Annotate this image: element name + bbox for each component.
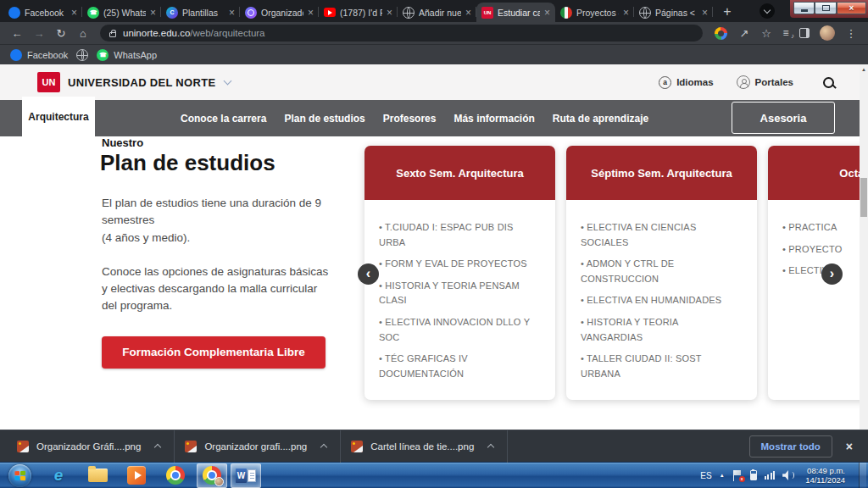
- side-panel-icon[interactable]: [799, 28, 810, 38]
- show-desktop-button[interactable]: [859, 463, 866, 488]
- minimize-button[interactable]: [793, 2, 815, 14]
- new-tab-button[interactable]: +: [720, 5, 735, 19]
- person-icon: [737, 75, 750, 89]
- browser-tab[interactable]: (25) WhatsA×: [82, 3, 161, 22]
- profile-avatar[interactable]: [820, 25, 835, 41]
- volume-icon[interactable]: [782, 470, 795, 480]
- semester-card: Octavo SPRACTICAPROYECTOELECTIVA: [768, 146, 868, 400]
- intro-line-2: (4 años y medio).: [102, 230, 334, 247]
- scrollbar-thumb[interactable]: [860, 178, 867, 217]
- extension-icon-reading[interactable]: ≡♪: [778, 27, 793, 39]
- browser-tab[interactable]: Organizado×: [240, 3, 319, 22]
- tab-close-icon[interactable]: ×: [623, 8, 629, 18]
- tab-close-icon[interactable]: ×: [308, 8, 314, 18]
- start-button[interactable]: [8, 464, 31, 487]
- reload-button[interactable]: ↻: [51, 28, 71, 39]
- taskbar-chrome[interactable]: [156, 463, 195, 488]
- download-item[interactable]: Organizador Gráfi....png: [7, 430, 174, 462]
- portales-link[interactable]: Portales: [737, 75, 793, 89]
- chevron-up-icon[interactable]: [320, 444, 327, 451]
- semester-card-header: Octavo S: [768, 146, 868, 200]
- taskbar-clock[interactable]: 08:49 p.m. 14/11/2024: [805, 466, 845, 485]
- chevron-up-icon[interactable]: [487, 444, 494, 451]
- nav-link[interactable]: Conoce la carrera: [181, 113, 266, 125]
- taskbar-media-player[interactable]: [117, 463, 156, 488]
- browser-tab[interactable]: Proyectos -×: [555, 3, 634, 22]
- formacion-complementaria-button[interactable]: Formación Complementaria Libre: [102, 336, 326, 369]
- battery-icon[interactable]: [750, 470, 757, 480]
- browser-tab[interactable]: Páginas < P×: [634, 3, 713, 22]
- bookmark-item[interactable]: [76, 49, 88, 61]
- course-item: PROYECTO: [782, 242, 868, 258]
- lock-icon: [109, 32, 116, 37]
- canva-favicon: [166, 7, 178, 19]
- browser-menu-button[interactable]: ⋮: [841, 28, 861, 39]
- tab-close-icon[interactable]: ×: [229, 8, 235, 18]
- carousel-prev-button[interactable]: ‹: [358, 263, 379, 285]
- taskbar-word[interactable]: W: [231, 463, 261, 488]
- nav-link[interactable]: Plan de estudios: [284, 113, 364, 125]
- site-nav: Arquitectura Conoce la carreraPlan de es…: [0, 100, 868, 136]
- url-domain: uninorte.edu.co: [123, 28, 190, 38]
- language-indicator[interactable]: ES: [700, 471, 711, 480]
- minimize-icon: [801, 9, 808, 12]
- folder-icon: [88, 469, 108, 482]
- home-button[interactable]: ⌂: [73, 28, 93, 39]
- tab-close-icon[interactable]: ×: [387, 8, 392, 18]
- media-player-icon: [127, 466, 146, 485]
- show-all-downloads-button[interactable]: Mostrar todo: [749, 435, 832, 458]
- course-item: FORM Y EVAL DE PROYECTOS: [379, 257, 541, 272]
- nav-link[interactable]: Más información: [453, 113, 534, 125]
- nav-link[interactable]: Ruta de aprendizaje: [553, 113, 648, 125]
- nav-link[interactable]: Profesores: [383, 113, 437, 125]
- network-icon[interactable]: [765, 471, 776, 480]
- share-button[interactable]: ↗: [734, 28, 754, 39]
- bookmark-item[interactable]: WhatsApp: [97, 49, 157, 61]
- site-brand[interactable]: UNIVERSIDAD DEL NORTE: [68, 76, 215, 89]
- tab-close-icon[interactable]: ×: [465, 8, 471, 18]
- close-window-button[interactable]: ×: [837, 2, 866, 14]
- tab-label: Facebook: [25, 8, 67, 18]
- tab-search-button[interactable]: [760, 3, 775, 19]
- download-filename: Organizador Gráfi....png: [36, 441, 141, 452]
- action-center-icon[interactable]: [732, 470, 743, 481]
- tab-close-icon[interactable]: ×: [702, 8, 708, 18]
- browser-tab[interactable]: (1787) I'd R×: [319, 3, 398, 22]
- back-button[interactable]: ←: [7, 28, 27, 39]
- maximize-button[interactable]: [815, 2, 836, 14]
- download-item[interactable]: Cartel línea de tie....png: [341, 430, 507, 462]
- bookmark-item[interactable]: Facebook: [10, 49, 68, 61]
- idiomas-link[interactable]: a Idiomas: [659, 76, 713, 89]
- bookmark-star-button[interactable]: ☆: [756, 28, 776, 39]
- taskbar-file-explorer[interactable]: [78, 463, 117, 488]
- taskbar-chrome-active[interactable]: [197, 463, 227, 488]
- browser-tab[interactable]: Estudiar ca×: [476, 3, 555, 22]
- search-icon[interactable]: [823, 77, 834, 88]
- tab-close-icon[interactable]: ×: [150, 8, 156, 18]
- download-item[interactable]: Organizador grafi....png: [175, 430, 340, 462]
- browser-tab[interactable]: Plantillas×: [161, 3, 240, 22]
- browser-tab[interactable]: Facebook×: [3, 3, 82, 22]
- download-filename: Organizador grafi....png: [204, 441, 307, 452]
- google-icon[interactable]: [715, 27, 727, 40]
- tab-close-icon[interactable]: ×: [544, 8, 550, 18]
- close-downloads-icon[interactable]: ×: [846, 440, 853, 453]
- youtube-favicon: [324, 8, 336, 17]
- carousel-next-button[interactable]: ›: [821, 263, 843, 285]
- scroll-up-arrow[interactable]: ▲: [860, 64, 868, 75]
- facebook-favicon: [10, 49, 22, 61]
- uninorte-logo[interactable]: UN: [37, 72, 60, 92]
- browser-tab[interactable]: Añadir nue×: [398, 3, 476, 22]
- forward-button[interactable]: →: [29, 28, 49, 39]
- organizer-favicon: [245, 7, 257, 19]
- nav-tab-arquitectura[interactable]: Arquitectura: [22, 97, 95, 136]
- hidden-icons-button[interactable]: ▲: [720, 473, 725, 478]
- course-item: ELECTIVA INNOVACION DLLO Y SOC: [379, 315, 541, 345]
- taskbar-internet-explorer[interactable]: [39, 463, 78, 488]
- page-scrollbar[interactable]: ▲: [860, 64, 868, 430]
- windows-taskbar: W ES ▲ 08:49 p.m. 14/11/2024: [0, 462, 868, 488]
- chevron-up-icon[interactable]: [154, 444, 161, 451]
- asesoria-button[interactable]: Asesoria: [732, 102, 835, 134]
- address-bar[interactable]: uninorte.edu.co/web/arquitectura: [100, 25, 703, 42]
- tab-close-icon[interactable]: ×: [71, 8, 77, 18]
